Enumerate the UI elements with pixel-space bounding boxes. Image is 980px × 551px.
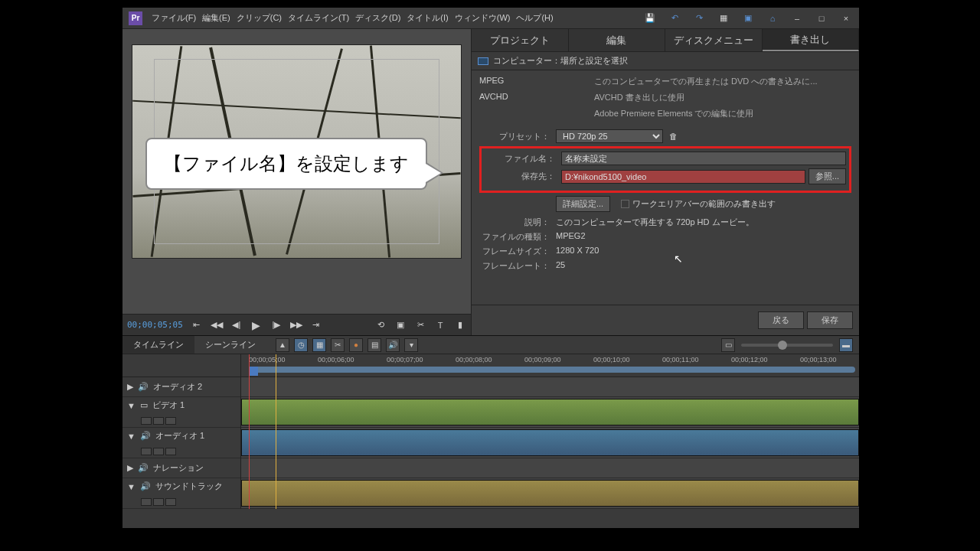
- organizer-icon[interactable]: ▦: [717, 11, 730, 25]
- smart-trim-icon[interactable]: ✂: [331, 338, 345, 352]
- track-header-narration[interactable]: ▶ 🔊 ナレーション: [122, 458, 240, 478]
- menu-window[interactable]: ウィンドウ(W): [455, 12, 511, 24]
- goto-in-icon[interactable]: ⇤: [191, 319, 203, 331]
- save-icon[interactable]: 💾: [643, 11, 657, 25]
- track-display-icon[interactable]: ▤: [368, 338, 381, 352]
- menu-clip[interactable]: クリップ(C): [237, 12, 282, 24]
- format-avchd[interactable]: AVCHD AVCHD 書き出しに使用: [479, 90, 851, 106]
- zoom-in-icon[interactable]: ▬: [839, 338, 853, 352]
- zoom-out-icon[interactable]: ▭: [721, 338, 735, 352]
- soundtrack-clip[interactable]: [241, 480, 859, 507]
- track-lane-audio2[interactable]: [241, 377, 859, 397]
- undo-icon[interactable]: ↶: [668, 11, 681, 25]
- menu-disc[interactable]: ディスク(D): [355, 12, 400, 24]
- track-header-video1[interactable]: ▼▭ビデオ 1: [122, 397, 240, 428]
- export-subheader-text: コンピューター：場所と設定を選択: [493, 55, 628, 67]
- dropdown-icon[interactable]: ▾: [404, 338, 418, 352]
- properties-icon[interactable]: ▦: [312, 338, 326, 352]
- save-button[interactable]: 保存: [807, 311, 853, 329]
- expand-icon[interactable]: ▶: [127, 382, 133, 392]
- tl-tab-timeline[interactable]: タイムライン: [122, 336, 194, 354]
- format-mpeg[interactable]: MPEG このコンピューターでの再生または DVD への書き込みに...: [479, 73, 851, 90]
- format-premiere[interactable]: Adobe Premiere Elements での編集に使用: [479, 106, 851, 122]
- transport-bar: 00;00;05;05 ⇤ ◀◀ ◀| ▶ |▶ ▶▶ ⇥ ⟲ ▣ ✂ T ▮: [122, 314, 471, 335]
- audio-clip[interactable]: [241, 429, 859, 456]
- tab-discmenu[interactable]: ディスクメニュー: [665, 29, 763, 51]
- speaker-icon[interactable]: 🔊: [138, 382, 149, 392]
- menu-edit[interactable]: 編集(E): [202, 12, 230, 24]
- menubar: Pr ファイル(F) 編集(E) クリップ(C) タイムライン(T) ディスク(…: [122, 8, 859, 29]
- maximize-icon[interactable]: □: [815, 11, 828, 25]
- prev-frame-icon[interactable]: ◀|: [230, 319, 243, 331]
- home-icon[interactable]: ⌂: [766, 11, 779, 25]
- play-icon[interactable]: ▶: [250, 319, 263, 331]
- time-ruler[interactable]: 00;00;05;00 00;00;06;00 00;00;07;00 00;0…: [241, 354, 859, 377]
- info-type: MPEG2: [556, 231, 586, 243]
- redo-icon[interactable]: ↷: [692, 11, 706, 25]
- track-header-soundtrack[interactable]: ▼🔊サウンドトラック: [122, 478, 240, 509]
- filmstrip-icon[interactable]: ▭: [140, 400, 148, 410]
- menu-file[interactable]: ファイル(F): [152, 12, 196, 24]
- track-header-audio1[interactable]: ▼🔊オーディオ 1: [122, 428, 240, 458]
- split-icon[interactable]: ✂: [414, 319, 426, 331]
- timecode-display[interactable]: 00;00;05;05: [127, 320, 183, 330]
- work-area-bar[interactable]: [249, 367, 855, 373]
- collapse-icon[interactable]: ▼: [127, 432, 136, 441]
- minimize-icon[interactable]: –: [790, 11, 804, 25]
- audio-tool-icon[interactable]: 🔊: [386, 338, 400, 352]
- browse-button[interactable]: 参照...: [808, 168, 846, 184]
- track-area[interactable]: 00;00;05;00 00;00;06;00 00;00;07;00 00;0…: [241, 354, 859, 509]
- collapse-icon[interactable]: ▼: [127, 401, 136, 410]
- track-lane-soundtrack[interactable]: [241, 478, 859, 509]
- tab-project[interactable]: プロジェクト: [472, 29, 569, 51]
- fullscreen-icon[interactable]: ▣: [741, 11, 755, 25]
- trash-icon[interactable]: 🗑: [669, 132, 678, 141]
- back-button[interactable]: 戻る: [758, 311, 804, 329]
- saveto-input[interactable]: [561, 170, 805, 184]
- speaker-icon[interactable]: 🔊: [140, 481, 151, 491]
- info-desc: このコンピューターで再生する 720p HD ムービー。: [556, 217, 754, 228]
- menu-help[interactable]: ヘルプ(H): [516, 12, 553, 24]
- track-lane-video1[interactable]: [241, 397, 859, 428]
- preset-row: プリセット： HD 720p 25 🗑: [479, 129, 851, 143]
- export-subheader: コンピューター：場所と設定を選択: [472, 52, 859, 70]
- filename-highlight: ファイル名： 保存先： 参照...: [479, 146, 851, 193]
- export-panel: プロジェクト 編集 ディスクメニュー 書き出し コンピューター：場所と設定を選択…: [471, 29, 859, 335]
- next-frame-icon[interactable]: |▶: [270, 319, 283, 331]
- advanced-button[interactable]: 詳細設定...: [556, 196, 610, 212]
- loop-icon[interactable]: ⟲: [374, 319, 387, 331]
- step-back-icon[interactable]: ◀◀: [211, 319, 223, 331]
- video-clip[interactable]: [241, 399, 859, 425]
- marker-tool-icon[interactable]: ●: [349, 338, 363, 352]
- menu-timeline[interactable]: タイムライン(T): [288, 12, 349, 24]
- selection-tool-icon[interactable]: ▲: [276, 338, 289, 352]
- tl-tab-sceneline[interactable]: シーンライン: [194, 336, 266, 354]
- menu-title[interactable]: タイトル(I): [407, 12, 448, 24]
- edit-line: [276, 354, 276, 509]
- track-headers: ▶ 🔊 オーディオ 2 ▼▭ビデオ 1 ▼🔊オーディオ 1 ▶ 🔊 ナレーション: [122, 354, 241, 509]
- title-tool-icon[interactable]: T: [434, 319, 446, 331]
- zoom-slider[interactable]: [741, 344, 833, 347]
- track-lane-audio1[interactable]: [241, 428, 859, 458]
- filename-input[interactable]: [561, 152, 846, 165]
- filename-label: ファイル名：: [485, 153, 561, 165]
- playhead-line[interactable]: [249, 354, 250, 509]
- time-stretch-icon[interactable]: ◷: [294, 338, 308, 352]
- tab-edit[interactable]: 編集: [569, 29, 666, 51]
- collapse-icon[interactable]: ▼: [127, 482, 136, 491]
- tab-export[interactable]: 書き出し: [763, 29, 860, 51]
- safe-margin-icon[interactable]: ▣: [394, 319, 407, 331]
- step-fwd-icon[interactable]: ▶▶: [290, 319, 302, 331]
- playhead-handle[interactable]: [249, 367, 258, 376]
- track-lane-narration[interactable]: [241, 458, 859, 478]
- expand-icon[interactable]: ▶: [127, 463, 133, 473]
- track-header-audio2[interactable]: ▶ 🔊 オーディオ 2: [122, 377, 240, 397]
- close-icon[interactable]: ×: [839, 11, 853, 25]
- workarea-checkbox[interactable]: [621, 200, 629, 208]
- preset-select[interactable]: HD 720p 25: [556, 129, 663, 143]
- speaker-icon[interactable]: 🔊: [140, 431, 151, 441]
- goto-out-icon[interactable]: ⇥: [310, 319, 322, 331]
- format-list: MPEG このコンピューターでの再生または DVD への書き込みに... AVC…: [472, 70, 859, 125]
- speaker-icon[interactable]: 🔊: [138, 463, 149, 473]
- marker-icon[interactable]: ▮: [454, 319, 466, 331]
